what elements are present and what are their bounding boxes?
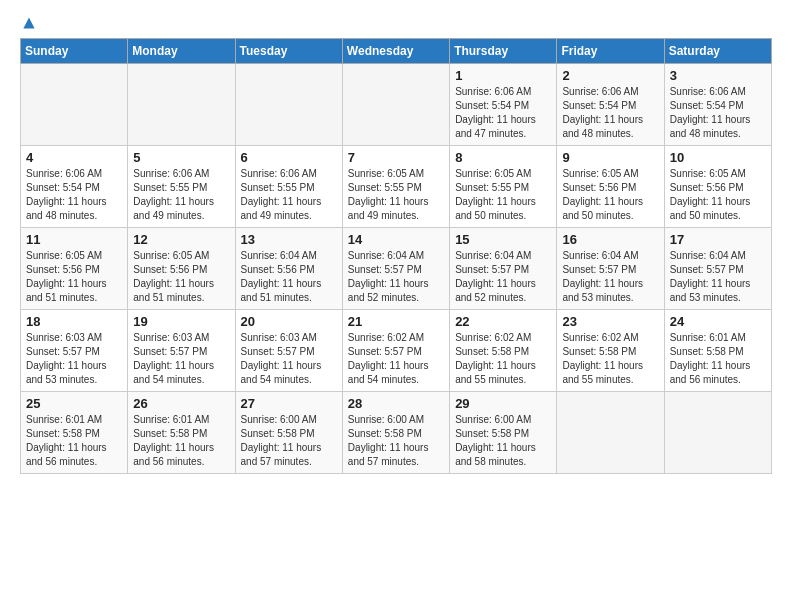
day-number: 4 — [26, 150, 122, 165]
day-header: Saturday — [664, 39, 771, 64]
cell-content: Sunrise: 6:02 AM Sunset: 5:57 PM Dayligh… — [348, 331, 444, 387]
calendar-cell: 24Sunrise: 6:01 AM Sunset: 5:58 PM Dayli… — [664, 310, 771, 392]
calendar-cell — [664, 392, 771, 474]
day-number: 27 — [241, 396, 337, 411]
logo — [20, 16, 36, 30]
day-header: Sunday — [21, 39, 128, 64]
cell-content: Sunrise: 6:02 AM Sunset: 5:58 PM Dayligh… — [562, 331, 658, 387]
day-number: 7 — [348, 150, 444, 165]
cell-content: Sunrise: 6:06 AM Sunset: 5:54 PM Dayligh… — [670, 85, 766, 141]
calendar-cell: 28Sunrise: 6:00 AM Sunset: 5:58 PM Dayli… — [342, 392, 449, 474]
day-number: 21 — [348, 314, 444, 329]
calendar-cell: 27Sunrise: 6:00 AM Sunset: 5:58 PM Dayli… — [235, 392, 342, 474]
cell-content: Sunrise: 6:06 AM Sunset: 5:55 PM Dayligh… — [241, 167, 337, 223]
cell-content: Sunrise: 6:04 AM Sunset: 5:57 PM Dayligh… — [670, 249, 766, 305]
calendar-week-row: 11Sunrise: 6:05 AM Sunset: 5:56 PM Dayli… — [21, 228, 772, 310]
calendar-week-row: 1Sunrise: 6:06 AM Sunset: 5:54 PM Daylig… — [21, 64, 772, 146]
day-number: 9 — [562, 150, 658, 165]
calendar-cell: 16Sunrise: 6:04 AM Sunset: 5:57 PM Dayli… — [557, 228, 664, 310]
day-number: 29 — [455, 396, 551, 411]
logo-icon — [22, 16, 36, 30]
calendar-cell — [235, 64, 342, 146]
day-number: 6 — [241, 150, 337, 165]
calendar-week-row: 4Sunrise: 6:06 AM Sunset: 5:54 PM Daylig… — [21, 146, 772, 228]
calendar-cell: 11Sunrise: 6:05 AM Sunset: 5:56 PM Dayli… — [21, 228, 128, 310]
cell-content: Sunrise: 6:05 AM Sunset: 5:56 PM Dayligh… — [26, 249, 122, 305]
day-header: Tuesday — [235, 39, 342, 64]
calendar-cell: 14Sunrise: 6:04 AM Sunset: 5:57 PM Dayli… — [342, 228, 449, 310]
calendar-cell: 1Sunrise: 6:06 AM Sunset: 5:54 PM Daylig… — [450, 64, 557, 146]
calendar-week-row: 18Sunrise: 6:03 AM Sunset: 5:57 PM Dayli… — [21, 310, 772, 392]
day-number: 2 — [562, 68, 658, 83]
cell-content: Sunrise: 6:05 AM Sunset: 5:56 PM Dayligh… — [670, 167, 766, 223]
calendar-cell — [557, 392, 664, 474]
calendar-cell: 26Sunrise: 6:01 AM Sunset: 5:58 PM Dayli… — [128, 392, 235, 474]
cell-content: Sunrise: 6:02 AM Sunset: 5:58 PM Dayligh… — [455, 331, 551, 387]
calendar-cell: 2Sunrise: 6:06 AM Sunset: 5:54 PM Daylig… — [557, 64, 664, 146]
calendar-cell: 6Sunrise: 6:06 AM Sunset: 5:55 PM Daylig… — [235, 146, 342, 228]
calendar-week-row: 25Sunrise: 6:01 AM Sunset: 5:58 PM Dayli… — [21, 392, 772, 474]
calendar-cell — [342, 64, 449, 146]
day-number: 1 — [455, 68, 551, 83]
cell-content: Sunrise: 6:01 AM Sunset: 5:58 PM Dayligh… — [670, 331, 766, 387]
day-number: 14 — [348, 232, 444, 247]
calendar-cell: 9Sunrise: 6:05 AM Sunset: 5:56 PM Daylig… — [557, 146, 664, 228]
day-number: 17 — [670, 232, 766, 247]
calendar-cell: 19Sunrise: 6:03 AM Sunset: 5:57 PM Dayli… — [128, 310, 235, 392]
cell-content: Sunrise: 6:00 AM Sunset: 5:58 PM Dayligh… — [348, 413, 444, 469]
cell-content: Sunrise: 6:06 AM Sunset: 5:54 PM Dayligh… — [26, 167, 122, 223]
day-number: 24 — [670, 314, 766, 329]
cell-content: Sunrise: 6:00 AM Sunset: 5:58 PM Dayligh… — [455, 413, 551, 469]
calendar-cell: 25Sunrise: 6:01 AM Sunset: 5:58 PM Dayli… — [21, 392, 128, 474]
cell-content: Sunrise: 6:03 AM Sunset: 5:57 PM Dayligh… — [241, 331, 337, 387]
day-number: 16 — [562, 232, 658, 247]
cell-content: Sunrise: 6:04 AM Sunset: 5:56 PM Dayligh… — [241, 249, 337, 305]
calendar-cell: 29Sunrise: 6:00 AM Sunset: 5:58 PM Dayli… — [450, 392, 557, 474]
day-number: 8 — [455, 150, 551, 165]
calendar-cell: 7Sunrise: 6:05 AM Sunset: 5:55 PM Daylig… — [342, 146, 449, 228]
day-number: 15 — [455, 232, 551, 247]
day-number: 10 — [670, 150, 766, 165]
day-number: 23 — [562, 314, 658, 329]
calendar-cell: 21Sunrise: 6:02 AM Sunset: 5:57 PM Dayli… — [342, 310, 449, 392]
cell-content: Sunrise: 6:01 AM Sunset: 5:58 PM Dayligh… — [133, 413, 229, 469]
svg-marker-0 — [23, 17, 34, 28]
calendar-cell: 15Sunrise: 6:04 AM Sunset: 5:57 PM Dayli… — [450, 228, 557, 310]
day-number: 20 — [241, 314, 337, 329]
cell-content: Sunrise: 6:04 AM Sunset: 5:57 PM Dayligh… — [348, 249, 444, 305]
day-number: 25 — [26, 396, 122, 411]
calendar-cell: 22Sunrise: 6:02 AM Sunset: 5:58 PM Dayli… — [450, 310, 557, 392]
cell-content: Sunrise: 6:04 AM Sunset: 5:57 PM Dayligh… — [455, 249, 551, 305]
calendar-cell — [128, 64, 235, 146]
cell-content: Sunrise: 6:05 AM Sunset: 5:56 PM Dayligh… — [562, 167, 658, 223]
calendar-cell: 18Sunrise: 6:03 AM Sunset: 5:57 PM Dayli… — [21, 310, 128, 392]
calendar-cell: 13Sunrise: 6:04 AM Sunset: 5:56 PM Dayli… — [235, 228, 342, 310]
calendar-cell: 10Sunrise: 6:05 AM Sunset: 5:56 PM Dayli… — [664, 146, 771, 228]
day-number: 12 — [133, 232, 229, 247]
day-number: 13 — [241, 232, 337, 247]
cell-content: Sunrise: 6:00 AM Sunset: 5:58 PM Dayligh… — [241, 413, 337, 469]
page-header — [20, 16, 772, 30]
cell-content: Sunrise: 6:04 AM Sunset: 5:57 PM Dayligh… — [562, 249, 658, 305]
calendar-cell: 23Sunrise: 6:02 AM Sunset: 5:58 PM Dayli… — [557, 310, 664, 392]
day-header: Wednesday — [342, 39, 449, 64]
day-header: Monday — [128, 39, 235, 64]
cell-content: Sunrise: 6:03 AM Sunset: 5:57 PM Dayligh… — [26, 331, 122, 387]
calendar-header-row: SundayMondayTuesdayWednesdayThursdayFrid… — [21, 39, 772, 64]
day-header: Thursday — [450, 39, 557, 64]
cell-content: Sunrise: 6:06 AM Sunset: 5:54 PM Dayligh… — [562, 85, 658, 141]
day-number: 11 — [26, 232, 122, 247]
day-number: 26 — [133, 396, 229, 411]
day-number: 28 — [348, 396, 444, 411]
cell-content: Sunrise: 6:03 AM Sunset: 5:57 PM Dayligh… — [133, 331, 229, 387]
cell-content: Sunrise: 6:05 AM Sunset: 5:55 PM Dayligh… — [348, 167, 444, 223]
cell-content: Sunrise: 6:06 AM Sunset: 5:55 PM Dayligh… — [133, 167, 229, 223]
cell-content: Sunrise: 6:01 AM Sunset: 5:58 PM Dayligh… — [26, 413, 122, 469]
calendar-cell — [21, 64, 128, 146]
calendar-table: SundayMondayTuesdayWednesdayThursdayFrid… — [20, 38, 772, 474]
day-number: 18 — [26, 314, 122, 329]
day-number: 3 — [670, 68, 766, 83]
calendar-cell: 5Sunrise: 6:06 AM Sunset: 5:55 PM Daylig… — [128, 146, 235, 228]
cell-content: Sunrise: 6:06 AM Sunset: 5:54 PM Dayligh… — [455, 85, 551, 141]
cell-content: Sunrise: 6:05 AM Sunset: 5:55 PM Dayligh… — [455, 167, 551, 223]
